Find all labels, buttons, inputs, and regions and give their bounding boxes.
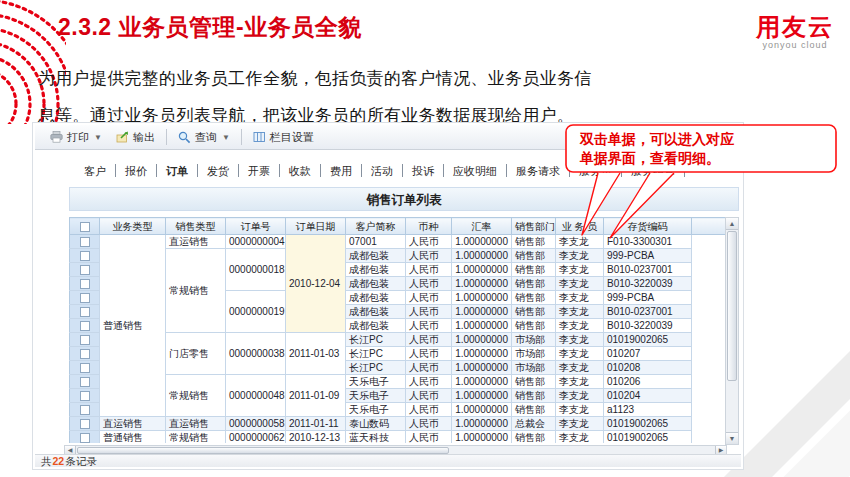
row-checkbox[interactable] <box>80 377 90 387</box>
cell[interactable]: 1.00000000 <box>452 389 512 403</box>
tab-开票[interactable]: 开票 <box>239 161 279 181</box>
cell[interactable]: 1.00000000 <box>452 375 512 389</box>
cell[interactable]: 李支龙 <box>556 375 604 389</box>
cell[interactable]: 人民币 <box>406 417 452 431</box>
cell[interactable]: 人民币 <box>406 389 452 403</box>
query-button[interactable]: 查询 ▼ <box>171 128 237 147</box>
cell[interactable]: 1.00000000 <box>452 263 512 277</box>
cell[interactable]: 常规销售 <box>166 249 226 333</box>
table-row[interactable]: 常规销售00000000482011-01-09天乐电子人民币1.0000000… <box>70 375 726 389</box>
cell[interactable]: 直运销售 <box>100 417 166 431</box>
cell[interactable]: 普通销售 <box>100 235 166 417</box>
row-checkbox[interactable] <box>80 265 90 275</box>
cell[interactable]: 直运销售 <box>166 235 226 249</box>
cell[interactable]: 销售部 <box>512 235 556 249</box>
cell[interactable]: 长江PC <box>346 361 406 375</box>
tab-投诉[interactable]: 投诉 <box>403 161 443 181</box>
tab-订单[interactable]: 订单 <box>157 161 197 181</box>
cell[interactable]: 成都包装 <box>346 305 406 319</box>
row-select-cell[interactable] <box>70 277 100 291</box>
row-checkbox[interactable] <box>80 349 90 359</box>
column-header-业务员[interactable]: 业 务 员 <box>556 218 604 235</box>
vertical-scroll-thumb[interactable] <box>727 231 737 381</box>
cell[interactable]: 成都包装 <box>346 291 406 305</box>
row-checkbox[interactable] <box>80 307 90 317</box>
cell[interactable]: 长江PC <box>346 333 406 347</box>
row-select-cell[interactable] <box>70 235 100 249</box>
row-checkbox[interactable] <box>80 363 90 373</box>
cell[interactable]: 常规销售 <box>166 375 226 417</box>
tab-应收明细[interactable]: 应收明细 <box>444 161 506 181</box>
column-header-存货编码[interactable]: 存货编码 <box>604 218 692 235</box>
tab-费用[interactable]: 费用 <box>321 161 361 181</box>
row-select-cell[interactable] <box>70 417 100 431</box>
cell[interactable]: 01019002065 <box>604 417 692 431</box>
cell[interactable]: 人民币 <box>406 235 452 249</box>
row-checkbox[interactable] <box>80 321 90 331</box>
tab-发货[interactable]: 发货 <box>198 161 238 181</box>
vertical-scrollbar[interactable]: ▲ ▼ <box>725 217 739 445</box>
cell[interactable]: 999-PCBA <box>604 291 692 305</box>
cell[interactable]: 李支龙 <box>556 389 604 403</box>
cell[interactable]: 李支龙 <box>556 305 604 319</box>
column-header-币种[interactable]: 币种 <box>406 218 452 235</box>
cell[interactable]: 010208 <box>604 361 692 375</box>
cell[interactable]: 2011-01-03 <box>286 333 346 375</box>
cell[interactable]: 人民币 <box>406 277 452 291</box>
row-checkbox[interactable] <box>80 419 90 429</box>
cell[interactable]: 010204 <box>604 389 692 403</box>
cell[interactable]: 李支龙 <box>556 417 604 431</box>
cell[interactable]: 0000000038 <box>226 333 286 375</box>
print-button[interactable]: 打印 ▼ <box>43 128 109 147</box>
column-header-业务类型[interactable]: 业务类型 <box>100 218 166 235</box>
cell[interactable]: 1.00000000 <box>452 347 512 361</box>
cell[interactable]: 1.00000000 <box>452 403 512 417</box>
cell[interactable]: 成都包装 <box>346 263 406 277</box>
row-checkbox[interactable] <box>80 391 90 401</box>
cell[interactable]: 李支龙 <box>556 431 604 444</box>
cell[interactable]: 2010-12-13 <box>286 431 346 444</box>
cell[interactable]: 1.00000000 <box>452 235 512 249</box>
cell[interactable]: 蓝天科技 <box>346 431 406 444</box>
cell[interactable]: F010-3300301 <box>604 235 692 249</box>
cell[interactable]: 人民币 <box>406 291 452 305</box>
cell[interactable]: 销售部 <box>512 431 556 444</box>
row-checkbox[interactable] <box>80 405 90 415</box>
cell[interactable]: 01019002065 <box>604 333 692 347</box>
table-row[interactable]: 普通销售直运销售00000000042010-12-0407001人民币1.00… <box>70 235 726 249</box>
cell[interactable]: 销售部 <box>512 263 556 277</box>
row-checkbox[interactable] <box>80 237 90 247</box>
cell[interactable]: 07001 <box>346 235 406 249</box>
cell[interactable]: 李支龙 <box>556 291 604 305</box>
tab-服务结算[interactable]: 服务结算 <box>622 161 684 181</box>
tab-收款[interactable]: 收款 <box>280 161 320 181</box>
cell[interactable]: 常规销售 <box>166 431 226 444</box>
cell[interactable]: 人民币 <box>406 263 452 277</box>
export-button[interactable]: 输出 <box>109 128 162 147</box>
cell[interactable]: a1123 <box>604 403 692 417</box>
cell[interactable]: 销售部 <box>512 389 556 403</box>
row-select-cell[interactable] <box>70 361 100 375</box>
cell[interactable]: 人民币 <box>406 375 452 389</box>
cell[interactable]: 0000000018 <box>226 249 286 291</box>
cell[interactable]: 销售部 <box>512 403 556 417</box>
cell[interactable]: 1.00000000 <box>452 249 512 263</box>
cell[interactable]: B010-3220039 <box>604 277 692 291</box>
row-select-cell[interactable] <box>70 333 100 347</box>
row-checkbox[interactable] <box>80 335 90 345</box>
row-select-cell[interactable] <box>70 305 100 319</box>
row-checkbox[interactable] <box>80 433 90 443</box>
cell[interactable]: 0000000048 <box>226 375 286 417</box>
cell[interactable]: 长江PC <box>346 347 406 361</box>
cell[interactable]: 0000000004 <box>226 235 286 249</box>
cell[interactable]: 销售部 <box>512 305 556 319</box>
cell[interactable]: 人民币 <box>406 403 452 417</box>
tab-活动[interactable]: 活动 <box>362 161 402 181</box>
cell[interactable]: 直运销售 <box>166 417 226 431</box>
cell[interactable]: 市场部 <box>512 347 556 361</box>
column-header-销售类型[interactable]: 销售类型 <box>166 218 226 235</box>
cell[interactable]: 010207 <box>604 347 692 361</box>
cell[interactable]: 010206 <box>604 375 692 389</box>
cell[interactable]: 0000000062 <box>226 431 286 444</box>
scroll-down-button[interactable]: ▼ <box>726 432 738 444</box>
